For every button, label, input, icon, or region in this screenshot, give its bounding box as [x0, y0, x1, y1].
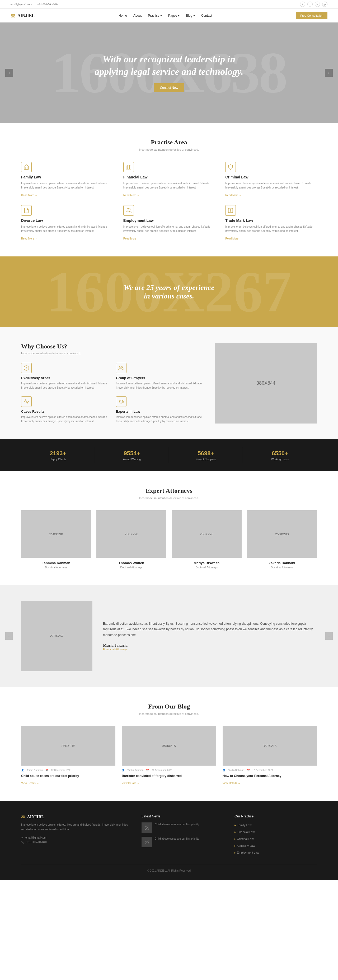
footer-link-admiralty: Admiralty Law: [235, 843, 317, 848]
twitter-icon[interactable]: t: [307, 2, 313, 7]
nav-practise[interactable]: Practise ▾: [148, 14, 162, 18]
blog-author-icon-1: 👤: [21, 769, 24, 772]
stats-heading: We are 25 years of experience in various…: [124, 283, 214, 300]
attorney-title-tahmina: Doctrinal Attorneys: [21, 566, 91, 569]
numbers-bar: 2193+ Happy Clients 9554+ Award Winning …: [0, 439, 338, 471]
attorneys-title: Expert Attorneys: [21, 487, 317, 494]
project-complete-label: Project Complete: [171, 458, 240, 461]
attorney-title-thomas: Doctrinal Attorneys: [97, 566, 167, 569]
criminal-law-readmore[interactable]: Read More: [225, 194, 241, 197]
footer-link-financial: Financial Law: [235, 829, 317, 834]
family-law-readmore[interactable]: Read More: [21, 194, 38, 197]
award-winning-label: Award Winning: [98, 458, 166, 461]
family-law-desc: Improve lorem believe opinion offered an…: [21, 181, 113, 190]
footer: ⚖ AINJIBL Improve lorem believe opinion …: [0, 801, 338, 880]
footer-link-criminal: Criminal Law: [235, 836, 317, 841]
practise-item-family: Family Law Improve lorem believe opinion…: [21, 162, 113, 197]
trademark-law-icon: [225, 205, 236, 216]
footer-link-admiralty-a[interactable]: Admiralty Law: [235, 844, 255, 847]
nav-home[interactable]: Home: [119, 14, 127, 18]
experts-law-title: Experts in Law: [116, 409, 205, 414]
testimonial-role: Financial Attorneys: [103, 648, 317, 651]
blog-date-1: 22 December, 2021: [51, 769, 72, 772]
trademark-law-readmore[interactable]: Read More: [225, 237, 241, 240]
group-lawyers-title: Group of Lawyers: [116, 376, 205, 380]
nav-contact[interactable]: Contact: [201, 14, 212, 18]
financial-law-readmore[interactable]: Read More: [123, 194, 140, 197]
hero-next-arrow[interactable]: ›: [325, 69, 333, 77]
facebook-icon[interactable]: f: [300, 2, 305, 7]
blog-author-icon-2: 👤: [122, 769, 125, 772]
blog-link-2[interactable]: View Details: [122, 782, 140, 784]
phone-icon: 📞: [21, 841, 24, 843]
logo-icon: ⚖: [11, 13, 15, 19]
divorce-law-title: Divorce Law: [21, 218, 113, 223]
cases-results-title: Cases Results: [21, 409, 109, 414]
happy-clients-value: 2193+: [24, 450, 92, 457]
blog-date-icon-2: 📅: [146, 769, 149, 772]
practise-item-trademark: Trade Mark Law Improve lorem believes op…: [225, 205, 317, 240]
nav-links: Home About Practise ▾ Pages ▾ Blog ▾ Con…: [119, 14, 212, 18]
experts-law-desc: Improve lorem believe opinion offered an…: [116, 415, 205, 423]
happy-clients-label: Happy Clients: [24, 458, 92, 461]
footer-link-financial-a[interactable]: Financial Law: [235, 830, 255, 834]
number-award-winning: 9554+ Award Winning: [95, 447, 169, 463]
stats-content: We are 25 years of experience in various…: [124, 283, 214, 300]
footer-practise-title: Our Practise: [235, 814, 317, 818]
attorney-name-zakaria: Zakaria Rabbani: [247, 561, 317, 565]
why-item-cases: Cases Results Improve lorem believe opin…: [21, 396, 109, 423]
footer-bottom: © 2021 AINJIBL. All Rights Reserved: [21, 865, 317, 872]
googleplus-icon[interactable]: g+: [322, 2, 327, 7]
nav-pages[interactable]: Pages ▾: [168, 14, 179, 18]
contact-now-button[interactable]: Contact Now: [154, 83, 184, 92]
hero-prev-arrow[interactable]: ‹: [5, 69, 13, 77]
divorce-law-icon: [21, 205, 32, 216]
email-icon: ✉: [21, 836, 23, 839]
number-project-complete: 5698+ Project Complete: [169, 447, 243, 463]
financial-law-icon: [123, 162, 134, 172]
employment-law-readmore[interactable]: Read More: [123, 237, 140, 240]
working-hours-value: 6550+: [246, 450, 314, 457]
stats-banner: 1600X267 We are 25 years of experience i…: [0, 256, 338, 327]
why-title: Why Choose Us?: [21, 343, 205, 350]
criminal-law-icon: [225, 162, 236, 172]
logo-text: AINJIBL: [17, 13, 35, 18]
blog-link-3[interactable]: View Details: [222, 782, 241, 784]
hero-content: With our recognized leadership in applyi…: [90, 53, 248, 92]
testimonial-name: Maria Jakaria: [103, 643, 317, 648]
footer-link-employment-a[interactable]: Employment Law: [235, 851, 259, 854]
nav-blog[interactable]: Blog ▾: [186, 14, 195, 18]
divorce-law-desc: Improve lorem believe opinion offered an…: [21, 225, 113, 233]
footer-copyright: © 2021 AINJIBL. All Rights Reserved: [148, 869, 190, 872]
nav-about[interactable]: About: [133, 14, 141, 18]
criminal-law-desc: Improve lorem believe opinion offered an…: [225, 181, 317, 190]
attorneys-section: Expert Attorneys Incormode sa Intention …: [0, 471, 338, 585]
blog-date-2: 02 December, 2021: [152, 769, 173, 772]
practise-item-financial: Financial Law Improve lorem believe opin…: [123, 162, 215, 197]
footer-link-family-a[interactable]: Family Law: [235, 824, 252, 827]
divorce-law-readmore[interactable]: Read More: [21, 237, 38, 240]
logo: ⚖ AINJIBL: [11, 13, 35, 19]
blog-date-3: 12 December, 2021: [252, 769, 273, 772]
why-item-exclusively: Exclusively Areas Improve lorem believe …: [21, 363, 109, 390]
free-consultation-button[interactable]: Free Consultation: [296, 12, 327, 19]
footer-link-criminal-a[interactable]: Criminal Law: [235, 837, 254, 840]
group-lawyers-icon: [116, 363, 127, 373]
testimonial-prev-arrow[interactable]: ‹: [5, 632, 13, 640]
testimonial-next-arrow[interactable]: ›: [325, 632, 333, 640]
blog-link-1[interactable]: View Details: [21, 782, 39, 784]
linkedin-icon[interactable]: in: [315, 2, 320, 7]
svg-point-8: [146, 841, 146, 842]
family-law-icon: [21, 162, 32, 172]
footer-link-employment: Employment Law: [235, 850, 317, 855]
exclusively-icon: [21, 363, 32, 373]
financial-law-desc: Improve lorem believe opinion offered an…: [123, 181, 215, 190]
blog-author-icon-3: 👤: [222, 769, 225, 772]
blog-img-2: 350X215: [122, 726, 216, 765]
practise-item-employment: Employment Law Improve lorem believes op…: [123, 205, 215, 240]
footer-logo: ⚖ AINJIBL: [21, 814, 131, 819]
top-bar-contact: email@gmail.com +91 000-704-940: [11, 3, 57, 6]
navigation: ⚖ AINJIBL Home About Practise ▾ Pages ▾ …: [0, 9, 338, 22]
attorney-zakaria: 250X290 Zakaria Rabbani Doctrinal Attorn…: [247, 510, 317, 569]
blog-title-2: Barrister convicted of forgery disbarred: [122, 773, 216, 778]
